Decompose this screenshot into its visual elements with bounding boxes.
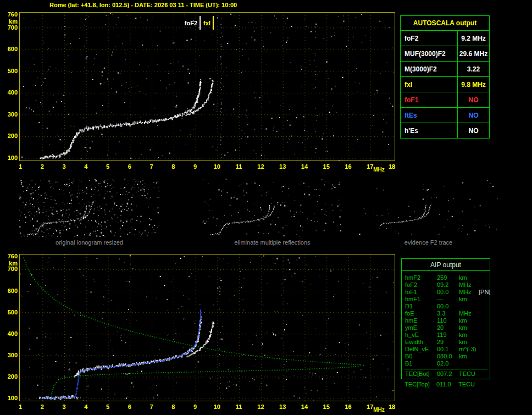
x-axis-unit: MHz bbox=[373, 407, 385, 413]
autoscala-value: 9.8 MHz bbox=[458, 77, 490, 92]
aip-row-hve: h_vE119km bbox=[404, 331, 487, 339]
autoscala-table-header-row: AUTOSCALA output bbox=[401, 16, 490, 31]
x-tick-label: 1 bbox=[15, 163, 26, 170]
aip-row-hmf1: hmF1---km bbox=[404, 296, 487, 303]
y-tick-label: 600 bbox=[1, 287, 18, 294]
profile-plot bbox=[19, 254, 395, 401]
thumbnail-canvas-original bbox=[19, 179, 159, 237]
y-tick-label: 200 bbox=[1, 132, 18, 139]
autoscala-table-title: AUTOSCALA output bbox=[401, 16, 490, 31]
x-tick-label: 2 bbox=[37, 403, 48, 410]
aip-row-hmf2: hmF2259km bbox=[404, 274, 487, 281]
y-tick-label: 400 bbox=[1, 330, 18, 337]
x-tick-label: 4 bbox=[80, 403, 91, 410]
aip-row-ewidth: Ewidth29km bbox=[404, 339, 487, 346]
x-tick-label: 3 bbox=[59, 163, 70, 170]
x-tick-label: 9 bbox=[190, 403, 201, 410]
y-tick-label: 500 bbox=[1, 309, 18, 316]
x-tick-label: 10 bbox=[212, 163, 223, 170]
autoscala-label: M(3000)F2 bbox=[401, 62, 458, 77]
x-tick-label: 5 bbox=[102, 163, 113, 170]
x-tick-label: 12 bbox=[255, 163, 266, 170]
aip-row-b0: B0080.0km bbox=[404, 353, 487, 360]
x-tick-label: 18 bbox=[386, 163, 397, 170]
aip-rows: hmF2259km foF209.2MHz foF100.0MHz[PN] hm… bbox=[402, 271, 490, 379]
y-tick-label: 700 bbox=[1, 265, 18, 272]
autoscala-label: foF1 bbox=[401, 92, 458, 108]
thumbnail-original-ionogram: original ionogram resized bbox=[19, 179, 159, 246]
aip-row-tec-bot: TEC[Bot]007.2TECU bbox=[404, 369, 487, 378]
x-tick-label: 9 bbox=[190, 163, 201, 170]
x-tick-label: 14 bbox=[299, 403, 310, 410]
aip-row-foe: foE3.3MHz bbox=[404, 310, 487, 317]
aip-output-panel: AIP output hmF2259km foF209.2MHz foF100.… bbox=[401, 258, 490, 388]
thumbnail-canvas-reflections bbox=[202, 179, 342, 237]
x-tick-label: 8 bbox=[168, 163, 179, 170]
y-tick-label: 760 bbox=[1, 253, 18, 259]
y-tick-label: 760 bbox=[1, 11, 18, 18]
autoscala-row-fof1: foF1 NO bbox=[401, 92, 490, 108]
autoscala-row-fxi: fxI 9.8 MHz bbox=[401, 77, 490, 92]
x-tick-label: 6 bbox=[124, 163, 135, 170]
autoscala-label: MUF(3000)F2 bbox=[401, 46, 458, 62]
autoscala-label: h'Es bbox=[401, 123, 458, 139]
aip-row-hme: hmE110km bbox=[404, 317, 487, 324]
thumb-cv-2-svg bbox=[358, 179, 498, 237]
aip-row-fof1: foF100.0MHz[PN] bbox=[404, 289, 487, 296]
marker-label-fxI: fxI bbox=[203, 20, 210, 26]
x-tick-label: 13 bbox=[277, 403, 288, 410]
x-tick-label: 13 bbox=[277, 163, 288, 170]
y-tick-label: 700 bbox=[1, 24, 18, 31]
x-tick-label: 12 bbox=[255, 403, 266, 410]
x-tick-label: 7 bbox=[146, 403, 157, 410]
x-tick-label: 3 bbox=[59, 403, 70, 410]
thumbnail-caption-original: original ionogram resized bbox=[19, 239, 159, 246]
x-tick-label: 16 bbox=[342, 163, 353, 170]
autoscala-row-m3000f2: M(3000)F2 3.22 bbox=[401, 62, 490, 77]
x-tick-label: 1 bbox=[15, 403, 26, 410]
thumbnail-caption-reflections: eliminate multiple reflections bbox=[202, 239, 342, 246]
thumbnail-caption-f2-trace: evidence F2 trace bbox=[358, 239, 498, 246]
x-tick-label: 4 bbox=[80, 163, 91, 170]
aip-title: AIP output bbox=[402, 259, 490, 271]
station-date-time-header: Rome (lat: +41.8, lon: 012.5) - DATE: 20… bbox=[49, 2, 237, 8]
aip-row-tec-top: TEC[Top]011.0TECU bbox=[401, 381, 490, 388]
y-tick-label: 100 bbox=[1, 395, 18, 401]
x-tick-label: 15 bbox=[321, 163, 332, 170]
aip-row-fof2: foF209.2MHz bbox=[404, 281, 487, 289]
thumb-cv-1-svg bbox=[202, 179, 342, 237]
autoscala-label: ftEs bbox=[401, 108, 458, 123]
x-tick-label: 8 bbox=[168, 403, 179, 410]
thumbnail-f2-trace: evidence F2 trace bbox=[358, 179, 498, 246]
autoscala-output-table: AUTOSCALA output foF2 9.2 MHz MUF(3000)F… bbox=[400, 15, 490, 139]
x-tick-label: 10 bbox=[212, 403, 223, 410]
x-tick-label: 18 bbox=[386, 403, 397, 410]
x-tick-label: 7 bbox=[146, 163, 157, 170]
autoscala-value: NO bbox=[458, 92, 490, 108]
x-tick-label: 6 bbox=[124, 403, 135, 410]
autoscala-label: foF2 bbox=[401, 31, 458, 46]
y-tick-label: 100 bbox=[1, 154, 18, 161]
x-tick-label: 15 bbox=[321, 403, 332, 410]
thumbnail-multiple-reflections: eliminate multiple reflections bbox=[202, 179, 342, 246]
autoscala-value: NO bbox=[458, 123, 490, 139]
aip-output-box: AIP output hmF2259km foF209.2MHz foF100.… bbox=[401, 258, 490, 379]
marker-label-foF2: foF2 bbox=[185, 20, 197, 26]
x-tick-label: 11 bbox=[234, 403, 245, 410]
autoscala-row-ftes: ftEs NO bbox=[401, 108, 490, 123]
autoscala-label: fxI bbox=[401, 77, 458, 92]
autoscala-row-hes: h'Es NO bbox=[401, 123, 490, 139]
aip-row-b1: B102.0 bbox=[404, 360, 487, 367]
autoscala-app-screen: Rome (lat: +41.8, lon: 012.5) - DATE: 20… bbox=[0, 0, 532, 415]
thumbnail-canvas-f2-trace bbox=[358, 179, 498, 237]
autoscala-value: 9.2 MHz bbox=[458, 31, 490, 46]
y-tick-label: 400 bbox=[1, 89, 18, 96]
aip-row-yme: ymE20km bbox=[404, 324, 487, 331]
plot-bottom-svg bbox=[20, 254, 395, 401]
x-tick-label: 14 bbox=[299, 163, 310, 170]
autoscala-value: NO bbox=[458, 108, 490, 123]
ionogram-plot: foF2fxI bbox=[19, 12, 395, 161]
y-tick-label: 300 bbox=[1, 111, 18, 118]
thumb-cv-0-svg bbox=[19, 179, 159, 237]
autoscala-row-muf3000f2: MUF(3000)F2 29.6 MHz bbox=[401, 46, 490, 62]
